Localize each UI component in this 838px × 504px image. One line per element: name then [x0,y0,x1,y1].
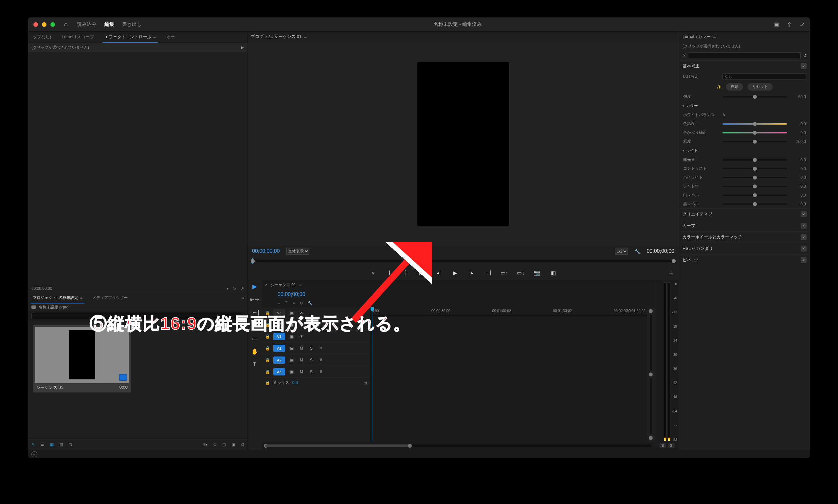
expand-mix-icon[interactable]: ⇥ [364,380,367,385]
lock-icon[interactable]: 🔒 [265,358,270,362]
auto-button[interactable]: 自動 [726,83,743,91]
section-hsl-secondary[interactable]: HSL セカンダリ [682,246,713,252]
timeline-playline[interactable] [372,307,372,442]
reset-button[interactable]: リセット [748,83,772,91]
freeform-view-icon[interactable]: ✎ [31,442,35,447]
temperature-slider[interactable] [722,123,787,125]
thumb-size-icon[interactable]: ▥ [59,442,63,447]
snap-icon[interactable]: ⌐ [278,301,280,305]
vzoom-mid-knob[interactable] [649,373,653,376]
eye-icon[interactable]: 👁 [298,311,305,315]
lumetri-panel-menu-icon[interactable]: ≡ [713,34,716,39]
project-search-input[interactable] [31,313,244,319]
whites-slider[interactable] [722,195,787,196]
curves-enable-checkbox[interactable]: ✓ [801,223,807,229]
find-icon[interactable]: ◇ [213,442,216,447]
vzoom-bottom-knob[interactable] [649,436,653,440]
track-a2[interactable]: 🔒A2▣MS🎙 [262,354,370,366]
timeline-vertical-zoom[interactable] [647,307,655,442]
close-window-button[interactable] [33,22,38,27]
ripple-edit-tool-icon[interactable]: |↔| [250,309,259,316]
hsl-enable-checkbox[interactable]: ✓ [801,246,807,252]
play-button[interactable]: ▶ [451,270,459,276]
mix-value[interactable]: 0.0 [292,380,298,385]
mute-button[interactable]: M [298,358,305,362]
step-forward-button[interactable]: |▸ [468,270,475,276]
mute-button[interactable]: M [298,346,305,350]
track-v1[interactable]: 🔒V1▣👁 [262,331,370,342]
basic-enable-checkbox[interactable]: ✓ [801,63,807,69]
highlights-slider[interactable] [722,177,787,178]
keyframe-share-icon[interactable]: ↗ [241,286,244,291]
extract-button[interactable]: ▭↓ [517,270,524,276]
sort-icon[interactable]: ⇅ [69,442,72,447]
search-icon[interactable]: 𝘘 [241,442,244,447]
toggle-output-icon[interactable]: ▣ [289,358,295,362]
lock-icon[interactable]: 🔒 [265,370,270,374]
workspace-export[interactable]: 書き出し [122,20,142,29]
voiceover-icon[interactable]: 🎙 [318,358,325,362]
mix-track-row[interactable]: 🔒ミックス0.0⇥ [262,378,370,388]
section-basic-correction[interactable]: 基本補正 [682,63,700,69]
tab-audio-truncated[interactable]: オー [164,32,177,43]
toggle-output-icon[interactable]: ▣ [289,370,295,374]
tab-lumetri-scopes[interactable]: Lumetri スコープ [59,32,96,43]
wrench-icon[interactable]: 🔧 [308,301,313,305]
go-to-out-button[interactable]: →| [484,270,491,276]
program-tab-label[interactable]: プログラム: シーケンス 01 [251,34,301,40]
lock-icon[interactable]: 🔒 [265,380,270,385]
settings-icon[interactable]: ⚙ [299,301,303,305]
project-bin-area[interactable]: シーケンス 01 0;00 [28,321,247,438]
tab-effect-controls[interactable]: エフェクトコントロール≡ [103,32,158,43]
section-creative[interactable]: クリエイティブ [682,211,712,217]
program-scrub-bar[interactable] [252,260,674,262]
tint-slider[interactable] [722,132,787,133]
intensity-slider[interactable] [722,96,787,97]
solo-left-button[interactable]: S [660,443,666,448]
creative-cloud-icon[interactable]: ∞ [31,451,37,457]
filter-icon[interactable]: ▾ [227,286,228,291]
list-view-icon[interactable]: ☰ [40,442,44,447]
toggle-output-icon[interactable]: ▣ [289,323,295,327]
selection-tool-icon[interactable]: ▶ [252,283,257,290]
solo-button[interactable]: S [308,370,315,374]
lumetri-reset-icon[interactable]: ↺ [803,53,807,58]
workspace-edit[interactable]: 編集 [104,20,114,29]
eyedropper-icon[interactable]: ✎ [722,113,726,118]
tab-no-clip[interactable]: ップなし) [31,32,53,43]
icon-view-icon[interactable]: ▦ [50,442,54,447]
creative-enable-checkbox[interactable]: ✓ [801,211,807,217]
lock-icon[interactable]: 🔒 [265,311,270,315]
solo-right-button[interactable]: S [668,443,675,448]
fullscreen-icon[interactable]: ⤢ [800,21,805,28]
slip-tool-icon[interactable]: ▭ [252,335,258,342]
mark-out-button[interactable]: } [402,270,409,276]
type-tool-icon[interactable]: T [253,361,257,368]
linked-selection-icon[interactable]: ⌒ [284,301,289,306]
track-a1[interactable]: 🔒A1▣MS🎙 [262,342,370,354]
timeline-horizontal-zoom[interactable] [265,445,651,447]
program-timecode-out[interactable]: 00;00;00;00 [646,248,674,254]
panel-menu-icon[interactable]: ≡ [153,34,156,39]
button-editor-icon[interactable]: ＋ [668,269,674,277]
section-vignette[interactable]: ビネット [682,257,700,263]
eye-icon[interactable]: 👁 [298,334,305,339]
track-a3[interactable]: 🔒A3▣MS🎙 [262,366,370,378]
voiceover-icon[interactable]: 🎙 [318,346,325,350]
workspace-import[interactable]: 読み込み [77,20,97,29]
section-curves[interactable]: カーブ [682,223,695,229]
effect-controls-play-icon[interactable]: ▶ [241,45,244,50]
program-panel-menu-icon[interactable]: ≡ [304,34,307,39]
hand-tool-icon[interactable]: ✋ [251,348,258,355]
home-icon[interactable]: ⌂ [64,21,68,28]
solo-button[interactable]: S [308,358,315,362]
share-icon[interactable]: ⇪ [787,21,792,28]
lock-icon[interactable]: 🔒 [265,334,270,339]
panel-overflow-icon[interactable]: » [242,296,245,300]
minimize-window-button[interactable] [42,22,47,27]
scrub-knob-left[interactable] [251,259,255,263]
track-select-tool-icon[interactable]: ⇤⇥ [250,296,260,303]
add-marker-button[interactable]: ▿ [370,270,377,276]
section-color-wheels[interactable]: カラーホイールとカラーマッチ [682,234,742,240]
track-v3[interactable]: 🔒V3▣👁 [262,307,370,319]
